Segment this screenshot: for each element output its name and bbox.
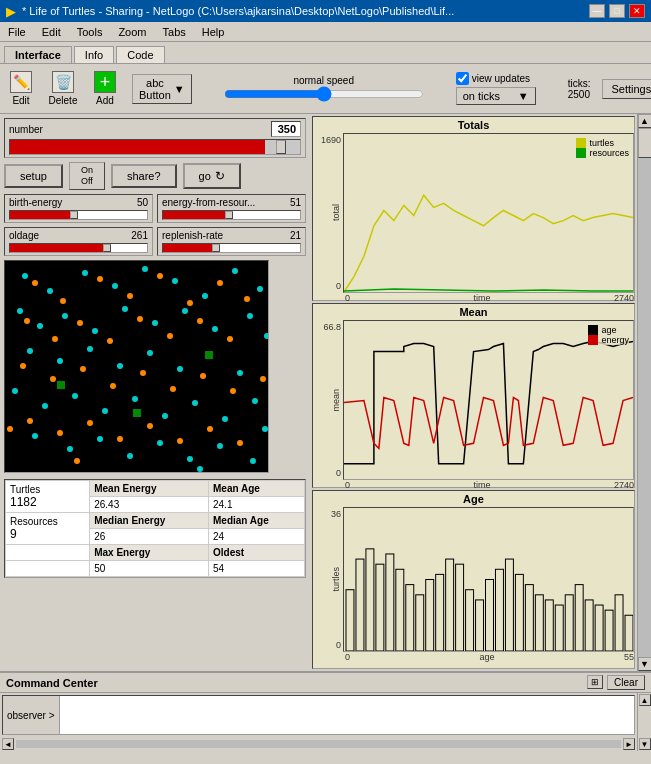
- view-updates-checkbox-label[interactable]: view updates: [456, 72, 530, 85]
- svg-point-48: [187, 300, 193, 306]
- command-input[interactable]: [60, 707, 634, 723]
- energy-resource-label: energy-from-resour...: [162, 197, 255, 208]
- add-button[interactable]: + Add: [90, 71, 120, 106]
- svg-rect-103: [535, 595, 543, 651]
- svg-point-60: [50, 376, 56, 382]
- number-slider-thumb[interactable]: [276, 140, 286, 154]
- svg-point-65: [200, 373, 206, 379]
- svg-point-34: [252, 398, 258, 404]
- svg-point-83: [197, 466, 203, 472]
- tab-code[interactable]: Code: [116, 46, 164, 63]
- add-label: Add: [96, 95, 114, 106]
- replenish-track[interactable]: [162, 243, 301, 253]
- svg-point-82: [74, 458, 80, 464]
- mean-age-header: Mean Age: [209, 480, 305, 496]
- setup-button[interactable]: setup: [4, 164, 63, 188]
- menu-zoom[interactable]: Zoom: [114, 25, 150, 39]
- maximize-button[interactable]: □: [609, 4, 625, 18]
- cmd-up-button[interactable]: ▲: [639, 694, 651, 706]
- svg-point-8: [257, 286, 263, 292]
- svg-rect-89: [396, 569, 404, 651]
- speed-label: normal speed: [293, 75, 354, 86]
- svg-point-62: [110, 383, 116, 389]
- speed-slider[interactable]: [224, 86, 424, 102]
- tab-interface[interactable]: Interface: [4, 46, 72, 63]
- svg-point-21: [117, 363, 123, 369]
- delete-button[interactable]: 🗑️ Delete: [48, 71, 78, 106]
- oldage-label: oldage: [9, 230, 39, 241]
- cmd-scroll-right[interactable]: ►: [623, 738, 635, 750]
- svg-point-73: [177, 438, 183, 444]
- replenish-value: 21: [290, 230, 301, 241]
- svg-rect-76: [133, 409, 141, 417]
- clear-button[interactable]: Clear: [607, 675, 645, 690]
- birth-energy-value: 50: [137, 197, 148, 208]
- menu-help[interactable]: Help: [198, 25, 229, 39]
- cmd-dropdown-button[interactable]: ▼: [639, 738, 651, 750]
- mean-chart: Mean 66.8 mean 0: [312, 303, 635, 488]
- svg-rect-108: [585, 600, 593, 651]
- go-button[interactable]: go ↻: [183, 163, 241, 189]
- delete-icon: 🗑️: [52, 71, 74, 93]
- minimize-button[interactable]: —: [589, 4, 605, 18]
- widget-type-dropdown[interactable]: abc Button ▼: [132, 74, 192, 104]
- menu-tabs[interactable]: Tabs: [159, 25, 190, 39]
- update-mode-dropdown[interactable]: on ticks ▼: [456, 87, 536, 105]
- svg-rect-111: [615, 595, 623, 651]
- command-center: Command Center ⊞ Clear observer > ◄ ► ▲ …: [0, 671, 651, 751]
- svg-point-33: [222, 416, 228, 422]
- replenish-label: replenish-rate: [162, 230, 223, 241]
- svg-point-47: [157, 273, 163, 279]
- svg-point-39: [157, 440, 163, 446]
- scroll-down-button[interactable]: ▼: [638, 657, 652, 671]
- command-icon-1[interactable]: ⊞: [587, 675, 603, 689]
- energy-resource-slider: energy-from-resour... 51: [157, 194, 306, 223]
- close-button[interactable]: ✕: [629, 4, 645, 18]
- tab-info[interactable]: Info: [74, 46, 114, 63]
- energy-resource-track[interactable]: [162, 210, 301, 220]
- menu-tools[interactable]: Tools: [73, 25, 107, 39]
- svg-point-25: [237, 370, 243, 376]
- svg-point-28: [72, 393, 78, 399]
- oldage-thumb[interactable]: [103, 244, 111, 252]
- window-title: * Life of Turtles - Sharing - NetLogo (C…: [22, 5, 454, 17]
- mean-x-min: 0: [345, 480, 350, 490]
- add-icon: +: [94, 71, 116, 93]
- svg-rect-109: [595, 605, 603, 651]
- on-off-toggle[interactable]: On Off: [69, 162, 105, 190]
- svg-point-5: [172, 278, 178, 284]
- scroll-thumb[interactable]: [638, 128, 652, 158]
- birth-energy-track[interactable]: [9, 210, 148, 220]
- share-button[interactable]: share?: [111, 164, 177, 188]
- mean-energy-header: Mean Energy: [90, 480, 209, 496]
- cmd-scroll-left[interactable]: ◄: [2, 738, 14, 750]
- birth-energy-thumb[interactable]: [70, 211, 78, 219]
- svg-rect-84: [346, 590, 354, 651]
- svg-point-57: [197, 318, 203, 324]
- settings-button[interactable]: Settings...: [602, 79, 651, 99]
- on-label: On: [81, 165, 93, 176]
- svg-point-42: [250, 458, 256, 464]
- number-slider-track[interactable]: [9, 139, 301, 155]
- go-label: go: [199, 170, 211, 182]
- scroll-up-button[interactable]: ▲: [638, 114, 652, 128]
- svg-rect-110: [605, 610, 613, 651]
- svg-rect-90: [406, 585, 414, 651]
- energy-resource-thumb[interactable]: [225, 211, 233, 219]
- svg-point-6: [202, 293, 208, 299]
- view-updates-checkbox[interactable]: [456, 72, 469, 85]
- scroll-track[interactable]: [638, 128, 652, 657]
- totals-x-label: time: [473, 293, 490, 303]
- empty-cell: [6, 544, 90, 560]
- svg-point-31: [162, 413, 168, 419]
- oldage-track[interactable]: [9, 243, 148, 253]
- edit-button[interactable]: ✏️ Edit: [6, 71, 36, 106]
- menu-edit[interactable]: Edit: [38, 25, 65, 39]
- replenish-thumb[interactable]: [212, 244, 220, 252]
- svg-point-15: [182, 308, 188, 314]
- cmd-scroll-track[interactable]: [16, 740, 621, 748]
- age-y-max: 36: [331, 509, 341, 519]
- svg-rect-96: [466, 590, 474, 651]
- menu-file[interactable]: File: [4, 25, 30, 39]
- svg-point-26: [12, 388, 18, 394]
